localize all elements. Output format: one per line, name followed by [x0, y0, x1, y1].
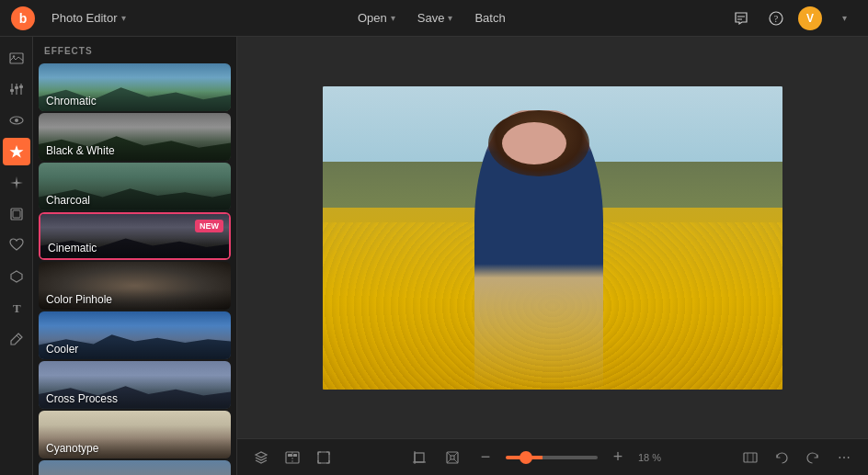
effect-cinematic-label: Cinematic: [40, 238, 229, 258]
text-tool[interactable]: T: [3, 294, 30, 322]
effect-colorpinhole[interactable]: Color Pinhole: [39, 262, 231, 310]
effect-colorpinhole-label: Color Pinhole: [39, 289, 231, 310]
svg-rect-22: [293, 454, 297, 457]
icon-bar: T: [0, 37, 33, 475]
heart-tool[interactable]: [3, 232, 30, 259]
undo-button[interactable]: [769, 445, 794, 470]
effect-charcoal-label: Charcoal: [39, 190, 231, 210]
adjustments-tool[interactable]: [3, 75, 30, 103]
zoom-in-button[interactable]: +: [605, 445, 631, 470]
frame-tool[interactable]: [3, 200, 30, 228]
topbar-right: ? V ▾: [728, 6, 857, 31]
shape-tool[interactable]: [3, 263, 30, 290]
effect-charcoal-thumb: Charcoal: [39, 163, 231, 210]
app-title-chevron: ▾: [121, 13, 126, 23]
user-avatar[interactable]: V: [798, 6, 822, 30]
effect-chromatic[interactable]: Chromatic: [39, 63, 231, 111]
svg-text:T: T: [13, 301, 21, 315]
svg-rect-25: [415, 453, 424, 462]
main-content: T EFFECTS Chromatic: [0, 37, 868, 475]
zoom-out-button[interactable]: −: [473, 445, 498, 470]
effects-section-header: EFFECTS: [33, 37, 236, 62]
compare-icon-button[interactable]: [280, 445, 305, 470]
canvas-area: − + 18 %: [237, 37, 868, 475]
effect-bw-label: Black & White: [39, 141, 231, 161]
chat-icon-button[interactable]: [728, 6, 754, 31]
svg-rect-11: [19, 85, 23, 88]
help-icon-button[interactable]: ?: [763, 6, 789, 31]
effects-panel: EFFECTS Chromatic Black & White: [33, 37, 237, 475]
topbar: b Photo Editor ▾ Open ▾ Save ▾ Batch: [0, 0, 868, 37]
effect-charcoal[interactable]: Charcoal: [39, 163, 231, 210]
sparkle-tool[interactable]: [3, 169, 30, 197]
brush-tool[interactable]: [3, 325, 30, 353]
save-button[interactable]: Save ▾: [408, 7, 463, 28]
canvas-workspace: [237, 37, 868, 438]
bottom-left-controls: [248, 445, 337, 470]
crop-icon-button[interactable]: [406, 445, 432, 470]
svg-line-19: [17, 335, 20, 339]
effect-cinematic[interactable]: NEW Cinematic: [39, 212, 231, 260]
resize-icon-button[interactable]: [440, 445, 465, 470]
effect-colorpinhole-thumb: Color Pinhole: [39, 262, 231, 310]
effect-crossprocess-thumb: Cross Process: [39, 361, 231, 409]
photo-canvas: [323, 86, 782, 390]
svg-marker-14: [9, 145, 23, 158]
effect-cyanotype-label: Cyanotype: [39, 438, 231, 458]
photo-background: [323, 86, 782, 390]
svg-point-13: [15, 119, 18, 122]
fit-screen-button[interactable]: [737, 445, 763, 470]
topbar-left: b Photo Editor ▾: [11, 6, 135, 30]
zoom-slider[interactable]: [506, 456, 598, 459]
bottom-center-controls: − + 18 %: [406, 445, 668, 470]
effect-crossprocess[interactable]: Cross Process: [39, 361, 231, 409]
bottom-bar: − + 18 %: [237, 438, 868, 475]
effect-grunge[interactable]: Grunge: [39, 460, 231, 475]
effect-chromatic-label: Chromatic: [39, 91, 231, 111]
bottom-right-controls: ⋯: [737, 445, 857, 470]
new-badge: NEW: [195, 220, 223, 232]
svg-rect-10: [10, 89, 14, 92]
app-title-button[interactable]: Photo Editor ▾: [42, 7, 135, 28]
svg-rect-16: [13, 210, 20, 218]
open-button[interactable]: Open ▾: [348, 7, 405, 28]
effect-cooler[interactable]: Cooler: [39, 311, 231, 359]
effect-crossprocess-label: Cross Process: [39, 389, 231, 409]
effect-cooler-label: Cooler: [39, 339, 231, 359]
svg-rect-29: [744, 453, 757, 462]
svg-text:?: ?: [774, 14, 779, 24]
app-logo: b: [11, 6, 35, 30]
svg-marker-17: [11, 271, 22, 282]
topbar-center: Open ▾ Save ▾ Batch: [348, 7, 515, 28]
layers-icon-button[interactable]: [248, 445, 274, 470]
more-options-button[interactable]: ⋯: [831, 445, 857, 470]
user-menu-chevron[interactable]: ▾: [831, 6, 857, 31]
gallery-tool[interactable]: [3, 44, 30, 72]
effect-cyanotype-thumb: Cyanotype: [39, 411, 231, 458]
effect-cyanotype[interactable]: Cyanotype: [39, 411, 231, 458]
effect-cooler-thumb: Cooler: [39, 311, 231, 359]
effect-chromatic-thumb: Chromatic: [39, 63, 231, 111]
effect-cinematic-thumb: NEW Cinematic: [40, 214, 229, 258]
app-title-text: Photo Editor: [51, 11, 118, 25]
svg-rect-21: [288, 454, 292, 457]
fullscreen-icon-button[interactable]: [311, 445, 337, 470]
redo-button[interactable]: [800, 445, 826, 470]
effect-grunge-thumb: Grunge: [39, 460, 231, 475]
visibility-tool[interactable]: [3, 107, 30, 134]
zoom-label: 18 %: [638, 452, 668, 463]
effect-bw[interactable]: Black & White: [39, 113, 231, 161]
batch-button[interactable]: Batch: [465, 7, 514, 28]
svg-rect-24: [318, 452, 329, 463]
effect-bw-thumb: Black & White: [39, 113, 231, 161]
effects-tool[interactable]: [3, 138, 30, 165]
svg-rect-9: [15, 86, 18, 89]
